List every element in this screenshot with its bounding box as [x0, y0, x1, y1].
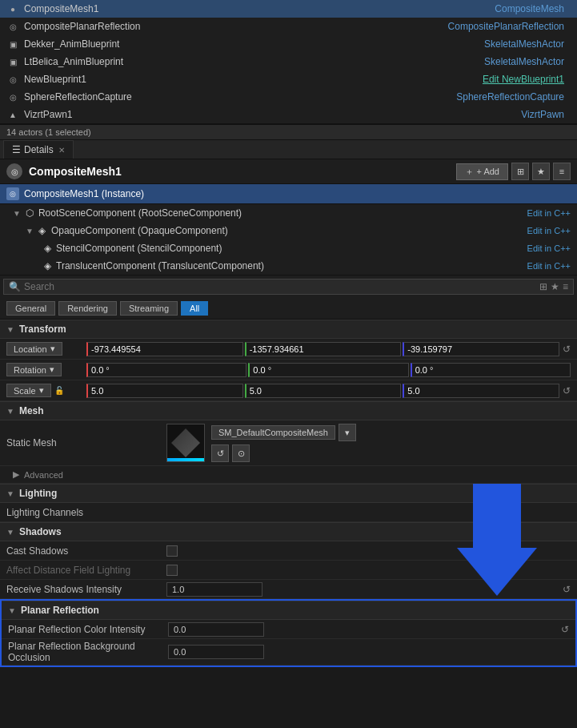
scale-label: Scale	[14, 386, 36, 396]
property-area: ▼ Transform Location ▾ ↺ Rotation	[0, 320, 577, 667]
edit-cpp-link[interactable]: Edit in C++	[527, 208, 571, 218]
shadows-arrow-icon: ▼	[6, 528, 14, 537]
search-input[interactable]	[24, 281, 536, 292]
planar-reflection-header[interactable]: ▼ Planar Reflection	[2, 601, 575, 620]
location-label-wrap: Location ▾	[6, 342, 86, 356]
edit-cpp-link[interactable]: Edit in C++	[527, 243, 571, 253]
rotation-x-input[interactable]	[86, 363, 246, 377]
shadows-section-header[interactable]: ▼ Shadows	[0, 522, 577, 541]
instance-bar: ◎ CompositeMesh1 (Instance)	[0, 184, 577, 204]
location-label: Location	[14, 344, 47, 354]
tree-item[interactable]: ◈StencilComponent (StencilComponent)Edit…	[0, 239, 577, 257]
settings-icon[interactable]: ≡	[563, 281, 568, 292]
filter-button-general[interactable]: General	[6, 301, 55, 316]
planar-reflection-section: ▼ Planar Reflection Planar Reflection Co…	[0, 599, 577, 667]
lighting-label: Lighting	[19, 488, 57, 499]
filter-button-all[interactable]: All	[181, 301, 208, 316]
add-button[interactable]: ＋ + Add	[456, 163, 508, 180]
star-icon[interactable]: ★	[532, 163, 550, 180]
color-intensity-reset-icon[interactable]: ↺	[561, 624, 569, 635]
grid-view-icon[interactable]: ⊞	[539, 281, 547, 292]
tree-item[interactable]: ◈TranslucentComponent (TranslucentCompon…	[0, 257, 577, 275]
color-intensity-input[interactable]	[168, 622, 264, 637]
actor-row[interactable]: ◎CompositePlanarReflectionCompositePlana…	[0, 18, 577, 35]
lighting-channels-row: Lighting Channels	[0, 503, 577, 522]
mesh-find-icon[interactable]: ⊙	[232, 444, 250, 462]
scale-y-input[interactable]	[245, 384, 402, 398]
menu-icon[interactable]: ≡	[553, 163, 571, 180]
close-icon[interactable]: ✕	[58, 146, 65, 155]
actor-type: VizrtPawn	[521, 109, 564, 120]
rotation-y-input[interactable]	[248, 363, 408, 377]
location-y-input[interactable]	[245, 342, 402, 356]
edit-cpp-link[interactable]: Edit in C++	[527, 226, 571, 235]
edit-cpp-link[interactable]: Edit in C++	[527, 261, 571, 271]
actor-icon: ◎	[6, 90, 19, 103]
mesh-select-button[interactable]: SM_DefaultCompositeMesh	[211, 425, 335, 440]
actor-name: VizrtPawn1	[24, 109, 521, 120]
cast-shadows-checkbox[interactable]	[166, 545, 178, 557]
actor-row[interactable]: ●CompositeMesh1CompositeMesh	[0, 0, 577, 18]
actor-icon: ◎	[6, 73, 19, 86]
rotation-row: Rotation ▾	[0, 360, 577, 380]
mesh-section-header[interactable]: ▼ Mesh	[0, 401, 577, 420]
actor-row[interactable]: ▲VizrtPawn1VizrtPawn	[0, 106, 577, 123]
lock-icon[interactable]: 🔓	[54, 386, 64, 395]
receive-shadows-input[interactable]	[166, 582, 262, 597]
scale-reset-icon[interactable]: ↺	[563, 385, 571, 396]
tree-node-label: TranslucentComponent (TranslucentCompone…	[56, 260, 527, 271]
filter-button-streaming[interactable]: Streaming	[120, 301, 178, 316]
actor-row[interactable]: ▣Dekker_AnimBlueprintSkeletalMeshActor	[0, 35, 577, 53]
scale-dropdown[interactable]: Scale ▾	[6, 384, 51, 397]
receive-shadows-row: Receive Shadows Intensity ↺	[0, 580, 577, 599]
receive-shadows-reset-icon[interactable]: ↺	[563, 584, 571, 595]
actor-row[interactable]: ▣LtBelica_AnimBlueprintSkeletalMeshActor	[0, 53, 577, 70]
tree-item[interactable]: ▼◈OpaqueComponent (OpaqueComponent)Edit …	[0, 222, 577, 239]
scale-x-input[interactable]	[86, 384, 243, 398]
tree-node-label: StencilComponent (StencilComponent)	[56, 243, 527, 254]
actor-row[interactable]: ◎NewBlueprint1Edit NewBlueprint1	[0, 70, 577, 88]
location-x-input[interactable]	[86, 342, 243, 356]
tree-item[interactable]: ▼⬡RootSceneComponent (RootSceneComponent…	[0, 204, 577, 222]
mesh-expand-icon[interactable]: ▾	[339, 424, 356, 441]
affect-distance-value	[166, 565, 571, 576]
static-mesh-label: Static Mesh	[6, 437, 166, 448]
transform-section-header[interactable]: ▼ Transform	[0, 320, 577, 339]
search-bar[interactable]: 🔍 ⊞ ★ ≡	[3, 279, 574, 295]
filter-button-rendering[interactable]: Rendering	[58, 301, 117, 316]
receive-shadows-value	[166, 582, 559, 597]
lighting-arrow-icon: ▼	[6, 489, 14, 498]
advanced-row[interactable]: ▶ Advanced	[0, 466, 577, 484]
rotation-dropdown[interactable]: Rotation ▾	[6, 363, 62, 376]
scale-z-input[interactable]	[403, 384, 559, 398]
details-tab[interactable]: ☰ Details ✕	[3, 140, 74, 159]
location-reset-icon[interactable]: ↺	[563, 344, 571, 355]
actor-list: ●CompositeMesh1CompositeMesh◎CompositePl…	[0, 0, 577, 124]
location-z-input[interactable]	[403, 342, 559, 356]
tree-node-icon: ◈	[42, 260, 53, 271]
component-name-label: CompositeMesh1	[29, 165, 456, 178]
advanced-arrow-icon: ▶	[13, 469, 19, 480]
actor-type: CompositePlanarReflection	[448, 21, 564, 32]
shadows-label: Shadows	[19, 526, 62, 537]
grid-icon[interactable]: ⊞	[511, 163, 529, 180]
receive-shadows-label: Receive Shadows Intensity	[6, 584, 166, 595]
rotation-z-input[interactable]	[411, 363, 571, 377]
lighting-section-header[interactable]: ▼ Lighting	[0, 484, 577, 503]
actor-type[interactable]: Edit NewBlueprint1	[483, 74, 564, 85]
affect-distance-checkbox[interactable]	[166, 565, 178, 576]
background-occlusion-input[interactable]	[168, 645, 264, 659]
scale-row: Scale ▾ 🔓 ↺	[0, 380, 577, 401]
actor-icon: ●	[6, 2, 19, 15]
actor-row[interactable]: ◎SphereReflectionCaptureSphereReflection…	[0, 88, 577, 106]
mesh-refresh-icon[interactable]: ↺	[211, 444, 229, 462]
location-chevron-icon: ▾	[50, 344, 55, 354]
mesh-selected-name: SM_DefaultCompositeMesh	[218, 428, 328, 437]
star-filter-icon[interactable]: ★	[551, 281, 559, 292]
search-icon: 🔍	[9, 281, 21, 292]
color-intensity-label: Planar Reflection Color Intensity	[8, 624, 168, 635]
location-dropdown[interactable]: Location ▾	[6, 342, 62, 356]
actor-name: CompositeMesh1	[24, 3, 495, 14]
actor-icon: ▲	[6, 108, 19, 121]
details-panel: ☰ Details ✕ ◎ CompositeMesh1 ＋ + Add ⊞ ★…	[0, 140, 577, 667]
